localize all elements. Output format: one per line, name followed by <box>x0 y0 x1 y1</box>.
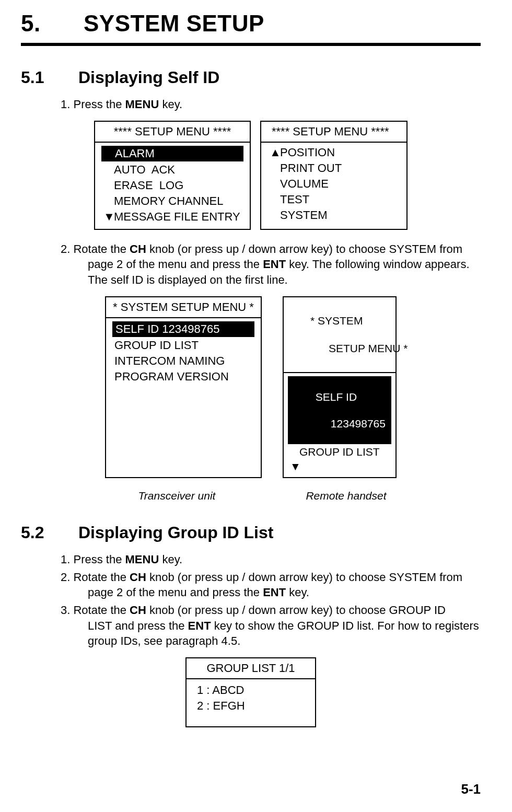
screen-title: * SYSTEM SETUP MENU * <box>106 297 261 318</box>
menu-item-self-id: SELF ID 123498765 <box>288 376 391 444</box>
down-arrow-icon: ▼ <box>103 210 114 224</box>
menu-item-position: ▲POSITION <box>266 145 401 160</box>
list-item: 1 : ABCD <box>194 682 308 698</box>
menu-item-group-id-list: GROUP ID LIST <box>287 445 392 459</box>
caption-row: Transceiver unit Remote handset <box>21 490 481 502</box>
setup-menu-screen-1: **** SETUP MENU **** ALARM AUTO ACK ERAS… <box>94 121 251 230</box>
menu-item-intercom-naming: INTERCOM NAMING <box>111 353 255 369</box>
menu-item-volume: VOLUME <box>266 176 401 192</box>
setup-menu-screen-2: **** SETUP MENU **** ▲POSITION PRINT OUT… <box>260 121 408 230</box>
screen-title: * SYSTEM SETUP MENU * <box>284 297 395 373</box>
menu-item-group-id-list: GROUP ID LIST <box>111 338 255 353</box>
screen-title: **** SETUP MENU **** <box>261 122 406 143</box>
chapter-name: SYSTEM SETUP <box>84 10 264 36</box>
section-heading-5-2: 5.2Displaying Group ID List <box>21 523 481 542</box>
menu-item-program-version: PROGRAM VERSION <box>111 369 255 385</box>
chapter-title: 5.SYSTEM SETUP <box>21 10 481 37</box>
section-heading-5-1: 5.1Displaying Self ID <box>21 68 481 87</box>
chapter-number: 5. <box>21 10 84 37</box>
menu-item-erase-log: ERASE LOG <box>100 178 245 193</box>
screens-row: **** SETUP MENU **** ALARM AUTO ACK ERAS… <box>21 121 481 230</box>
section-number: 5.2 <box>21 523 78 542</box>
group-list-screen: GROUP LIST 1/1 1 : ABCD 2 : EFGH <box>185 657 316 727</box>
menu-item-system: SYSTEM <box>266 207 401 223</box>
menu-item-auto-ack: AUTO ACK <box>100 162 245 178</box>
step-text: 1. Press the MENU key. <box>73 97 481 112</box>
menu-item-alarm: ALARM <box>101 146 243 161</box>
menu-item-message-file-entry: ▼MESSAGE FILE ENTRY <box>100 209 245 225</box>
step-text: 3. Rotate the CH knob (or press up / dow… <box>73 602 481 649</box>
up-arrow-icon: ▲ <box>270 146 280 159</box>
page-number: 5-1 <box>461 781 481 797</box>
screens-row: * SYSTEM SETUP MENU * SELF ID 123498765 … <box>21 296 481 478</box>
menu-item-print-out: PRINT OUT <box>266 160 401 176</box>
screen-title: GROUP LIST 1/1 <box>187 658 315 679</box>
screen-body: SELF ID 123498765 GROUP ID LIST ▼ <box>284 373 395 477</box>
section-number: 5.1 <box>21 68 78 87</box>
caption-remote: Remote handset <box>289 490 403 502</box>
screen-title: **** SETUP MENU **** <box>95 122 250 143</box>
step-text: 2. Rotate the CH knob (or press up / dow… <box>73 241 481 288</box>
menu-item-self-id: SELF ID 123498765 <box>112 321 254 337</box>
down-arrow-icon: ▼ <box>287 459 392 474</box>
list-item: 2 : EFGH <box>194 698 308 714</box>
divider <box>21 43 481 46</box>
section-title: Displaying Group ID List <box>78 523 273 542</box>
section-title: Displaying Self ID <box>78 68 219 87</box>
screen-body: ALARM AUTO ACK ERASE LOG MEMORY CHANNEL … <box>95 143 250 229</box>
caption-transceiver: Transceiver unit <box>99 490 255 502</box>
screen-body: 1 : ABCD 2 : EFGH <box>187 679 315 726</box>
menu-item-memory-channel: MEMORY CHANNEL <box>100 193 245 209</box>
step-text: 2. Rotate the CH knob (or press up / dow… <box>73 570 481 600</box>
step-text: 1. Press the MENU key. <box>73 552 481 567</box>
screen-body: ▲POSITION PRINT OUT VOLUME TEST SYSTEM <box>261 143 406 227</box>
menu-item-test: TEST <box>266 192 401 207</box>
remote-system-setup-screen: * SYSTEM SETUP MENU * SELF ID 123498765 … <box>283 296 397 478</box>
screen-body: SELF ID 123498765 GROUP ID LIST INTERCOM… <box>106 318 261 389</box>
system-setup-menu-screen: * SYSTEM SETUP MENU * SELF ID 123498765 … <box>105 296 262 478</box>
